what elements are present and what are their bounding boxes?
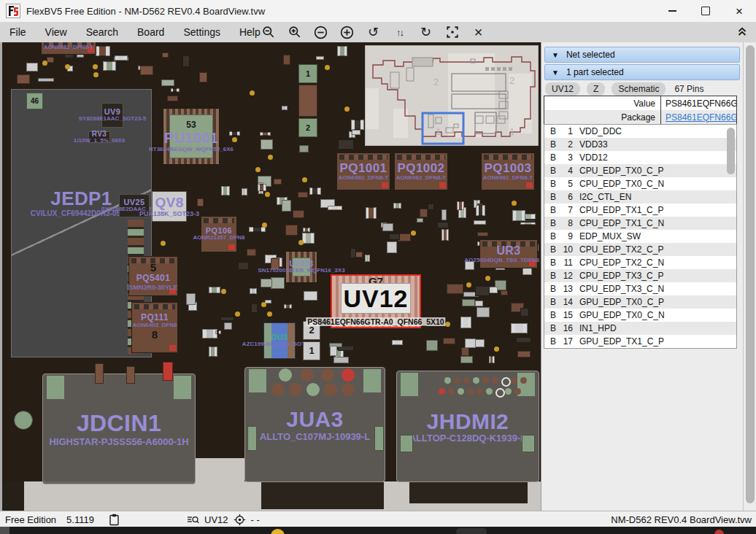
close-view-icon[interactable]: × <box>471 26 485 39</box>
menu-settings[interactable]: Settings <box>174 22 230 42</box>
center-view-icon[interactable] <box>445 26 459 39</box>
minimize-button[interactable] <box>655 0 689 22</box>
component-uv12-selected[interactable]: G7 UV12 PS8461EQFN66GTR-A0_QFN66_5X10 <box>331 274 421 328</box>
board-part <box>437 222 450 228</box>
pin-row-3[interactable]: B3VDD12 <box>544 151 736 164</box>
component-green-pad-h2[interactable] <box>522 435 535 452</box>
pin-number: 3 <box>560 152 573 163</box>
board-part <box>261 139 273 149</box>
zoom-decrease-icon[interactable] <box>314 26 328 39</box>
component-pad1-strip-top[interactable]: 1 <box>298 64 317 83</box>
panel-scrollbar-thumb[interactable] <box>746 45 755 503</box>
board-part <box>417 218 423 222</box>
boardview-canvas[interactable]: AON6982_DFN8-TJEDP1CVILUX_CF69442D0R3-05… <box>0 42 541 511</box>
component-pad2-strip-bottom[interactable]: 2 <box>298 118 317 137</box>
zoom-in-icon[interactable] <box>288 26 301 39</box>
component-green-pad-l[interactable] <box>247 426 257 451</box>
component-brown-pad2[interactable] <box>126 366 135 384</box>
pin-row-7[interactable]: B7CPU_EDP_TX1_C_P <box>544 204 736 217</box>
component-pq5401[interactable]: 5PQ5401SMN2R0-30YLE <box>128 256 178 296</box>
via-dot <box>262 222 267 228</box>
board-part <box>260 132 271 136</box>
component-pq1003[interactable]: PQ1003AON6982_DFN8-T <box>481 152 535 190</box>
tab-z[interactable]: Z <box>587 82 605 96</box>
tab-schematic[interactable]: Schematic <box>612 82 666 96</box>
clipboard-icon[interactable] <box>109 514 120 526</box>
board-part <box>520 308 529 317</box>
locate-target-icon[interactable] <box>234 514 246 526</box>
pin-side: B <box>550 205 560 215</box>
pin-row-17[interactable]: B17GPU_EDP_TX1_C_P <box>544 335 736 348</box>
component-ref: PU1001 <box>164 130 219 146</box>
component-uv9[interactable]: UV9SY8288E1AAC_SOT23-5 <box>101 103 123 128</box>
toolbar-collapse-button[interactable] <box>734 23 750 40</box>
component-pq111[interactable]: PQ111AON6403_DFN88 <box>131 302 178 353</box>
package-link[interactable]: PS8461EQFN66GTR-A <box>661 112 736 123</box>
pin-row-9[interactable]: B9EDP_MUX_SW <box>544 230 736 243</box>
component-green-pad-r[interactable] <box>374 426 384 451</box>
pin-row-6[interactable]: B6I2C_CTL_EN <box>544 190 736 204</box>
component-uu133[interactable]: UU133SN17020018TER_WQFN16_3X3 <box>285 251 317 283</box>
component-qv8[interactable]: QV8PUA138K_SOT23-3 <box>152 191 187 222</box>
pin-row-1[interactable]: B1VDD_DDC <box>544 125 736 138</box>
flip-vertical-icon[interactable]: ↑↓ <box>393 26 406 39</box>
pin-row-11[interactable]: B11CPU_EDP_TX2_C_N <box>544 256 736 269</box>
pin-list-scrollbar-thumb[interactable] <box>727 128 735 174</box>
component-top-chip[interactable]: AON6982_DFN8-T <box>41 42 96 55</box>
pin-row-8[interactable]: B8CPU_EDP_TX1_C_N <box>544 217 736 230</box>
panel-scrollbar[interactable] <box>743 42 756 511</box>
pin-row-10[interactable]: B10CPU_EDP_TX2_C_P <box>544 243 736 256</box>
component-sub: SY8288E1AAC_SOT23-5 <box>79 117 147 123</box>
pin-row-13[interactable]: B13CPU_EDP_TX3_C_N <box>544 282 736 295</box>
component-pu1001[interactable]: 53PU1001RT3664BEGQW_WQFN52_6X6 <box>163 108 220 165</box>
component-strip1[interactable] <box>298 85 317 117</box>
board-part <box>441 229 449 240</box>
component-sub: AON6982_DFN8-T <box>44 44 93 51</box>
menu-search[interactable]: Search <box>77 22 128 42</box>
maximize-button[interactable] <box>689 0 722 22</box>
component-jdcin1[interactable]: JDCIN1HIGHSTAR-PJSSS56-A6000-1H <box>42 374 196 484</box>
component-du3[interactable]: DU3AZC199-02S.R7G_SOT23-3 <box>263 322 296 359</box>
component-ref: JUA3 <box>286 407 343 432</box>
pin-row-4[interactable]: B4CPU_EDP_TX0_C_P <box>544 164 736 177</box>
menu-board[interactable]: Board <box>128 22 174 42</box>
component-ur3[interactable]: UR3AOZ5934DQB_T8G_TDFN8_3X3 <box>479 239 538 268</box>
component-rv3[interactable]: RV31/10W_1_5%_0603 <box>88 131 110 143</box>
component-green-pad-h1[interactable] <box>400 435 413 452</box>
pin-row-15[interactable]: B15GPU_EDP_TX0_C_N <box>544 309 736 322</box>
component-pq1002[interactable]: PQ1002AON6982_DFN8-T <box>394 152 448 190</box>
component-ref: QV8 <box>155 195 183 210</box>
component-pq1001[interactable]: PQ1001AON6982_DFN8-T <box>336 152 390 190</box>
pin-row-2[interactable]: B2VDD33 <box>544 138 736 151</box>
pin-row-14[interactable]: B14GPU_EDP_TX0_C_P <box>544 295 736 309</box>
component-green-circle[interactable] <box>14 411 33 430</box>
component-box1[interactable]: 1 <box>303 341 320 360</box>
component-pad46[interactable]: 46 <box>26 93 43 109</box>
connector-pin-dot <box>448 388 455 395</box>
component-red-pad[interactable] <box>163 362 173 381</box>
board-minimap[interactable]: 2 2 1 1 <box>365 45 539 146</box>
menu-file[interactable]: File <box>0 22 36 42</box>
rotate-cw-icon[interactable]: ↻ <box>419 26 433 39</box>
tab-uv12[interactable]: UV12 <box>545 82 580 96</box>
pin-row-12[interactable]: B12CPU_EDP_TX3_C_P <box>544 269 736 282</box>
zoom-out-icon[interactable] <box>261 26 275 39</box>
pin-row-5[interactable]: B5CPU_EDP_TX0_C_N <box>544 177 736 190</box>
rotate-ccw-icon[interactable]: ↺ <box>366 26 380 39</box>
pin-row-16[interactable]: B16IN1_HPD <box>544 322 736 335</box>
component-pq106[interactable]: PQ106AONR21357_DFN8 <box>201 216 237 252</box>
pin-side: B <box>550 152 560 163</box>
board-part <box>47 57 54 63</box>
pin-net-name: CPU_EDP_TX3_C_N <box>579 284 736 294</box>
close-button[interactable]: × <box>722 0 756 22</box>
pin-number: 6 <box>560 192 573 202</box>
net-selected-header[interactable]: ▼ Net selected <box>544 47 740 63</box>
menu-view[interactable]: View <box>36 22 77 42</box>
component-brown-pad1[interactable] <box>95 363 104 384</box>
zoom-increase-icon[interactable] <box>340 26 354 39</box>
pin-list[interactable]: B1VDD_DDCB2VDD33B3VDD12B4CPU_EDP_TX0_C_P… <box>544 124 737 349</box>
board-part <box>186 293 196 305</box>
part-selected-header[interactable]: ▼ 1 part selected <box>544 64 740 80</box>
component-jhdmi2[interactable]: JHDMI2ALLTOP-C128DQ-K1939-L <box>396 371 539 482</box>
net-selected-label: Net selected <box>566 50 615 60</box>
